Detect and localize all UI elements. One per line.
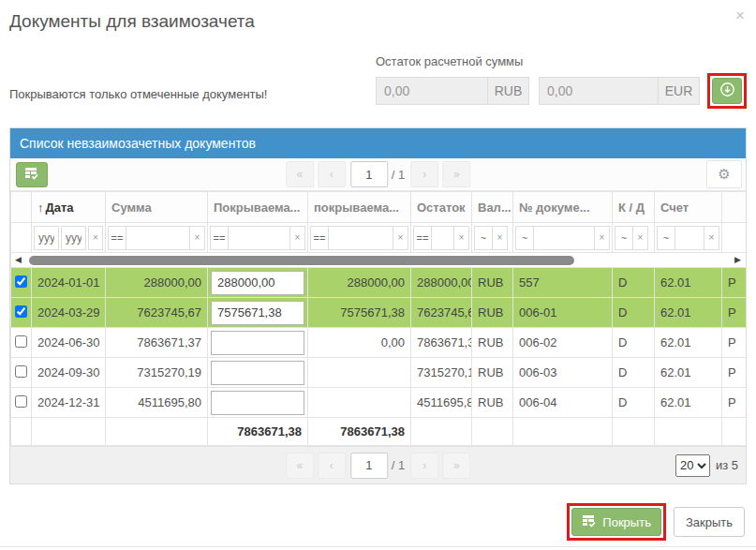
col-covered2[interactable]: покрываема... bbox=[308, 192, 411, 223]
sum-filter-input[interactable] bbox=[126, 226, 190, 250]
covered-amount-input[interactable] bbox=[211, 331, 304, 355]
col-account[interactable]: Счет bbox=[655, 192, 722, 223]
pager-next-button[interactable]: › bbox=[410, 453, 438, 479]
cell-doc: 557 bbox=[513, 268, 613, 298]
close-icon[interactable]: × bbox=[735, 7, 745, 23]
filter-cell-date: × bbox=[32, 223, 106, 253]
pull-amount-button[interactable] bbox=[712, 78, 742, 104]
eur-input-group: EUR bbox=[539, 77, 700, 105]
filter-cell-currency: ~ × bbox=[472, 223, 513, 253]
pager-last-button[interactable]: » bbox=[442, 453, 470, 479]
filter-operator[interactable]: ~ bbox=[515, 226, 534, 250]
filter-operator[interactable]: == bbox=[210, 226, 229, 250]
cell-account: 62.01 bbox=[655, 328, 722, 358]
gear-icon[interactable]: ⚙ bbox=[706, 160, 742, 188]
filter-operator[interactable]: ~ bbox=[657, 226, 675, 250]
select-documents-button[interactable] bbox=[16, 162, 48, 187]
col-checkbox bbox=[11, 192, 32, 223]
pager-page-input[interactable] bbox=[350, 161, 388, 187]
documents-table: ↑Дата Сумма Покрываема... покрываема... … bbox=[10, 191, 746, 446]
filter-clear-button[interactable]: × bbox=[190, 226, 205, 250]
cell-rest: 4511695,80 bbox=[411, 388, 472, 418]
filter-clear-button[interactable]: × bbox=[704, 226, 719, 250]
date-to-filter-input[interactable] bbox=[61, 226, 86, 250]
filter-clear-button[interactable]: × bbox=[633, 226, 648, 250]
filter-cell-covered: == × bbox=[208, 223, 308, 253]
filter-clear-button[interactable]: × bbox=[493, 226, 508, 250]
filter-operator[interactable]: == bbox=[108, 226, 126, 250]
scrollbar-thumb[interactable] bbox=[29, 256, 574, 265]
date-from-filter-input[interactable] bbox=[34, 226, 59, 250]
filter-clear-button[interactable]: × bbox=[393, 226, 408, 250]
scroll-left-icon[interactable]: ◀ bbox=[15, 255, 22, 264]
cell-date: 2024-01-01 bbox=[32, 268, 106, 298]
filter-clear-button[interactable]: × bbox=[290, 226, 305, 250]
covered-amount-input[interactable] bbox=[211, 391, 304, 415]
col-sum[interactable]: Сумма bbox=[106, 192, 208, 223]
filter-operator[interactable]: ~ bbox=[474, 226, 493, 250]
cell-sum: 7623745,67 bbox=[106, 298, 208, 328]
pager-prev-button[interactable]: ‹ bbox=[318, 453, 346, 479]
filter-operator[interactable]: ~ bbox=[615, 226, 633, 250]
col-date[interactable]: ↑Дата bbox=[32, 192, 106, 223]
row-checkbox[interactable] bbox=[15, 365, 27, 378]
pager-first-button[interactable]: « bbox=[286, 161, 314, 187]
cell-kd: D bbox=[613, 268, 655, 298]
filter-clear-button[interactable]: × bbox=[595, 226, 610, 250]
covered-amount-input[interactable] bbox=[211, 301, 304, 325]
horizontal-scrollbar[interactable]: ◀ ▶ bbox=[11, 253, 747, 268]
pager-first-button[interactable]: « bbox=[286, 453, 314, 479]
pager-last-button[interactable]: » bbox=[442, 161, 470, 187]
cover-button-label: Покрыть bbox=[602, 515, 651, 529]
cell-extra: Р bbox=[722, 358, 747, 388]
cell-rest: 7315270,19 bbox=[411, 358, 472, 388]
account-filter-input[interactable] bbox=[675, 226, 704, 250]
cover-button[interactable]: Покрыть bbox=[571, 508, 661, 536]
page-size-box: 20 из 5 bbox=[675, 454, 738, 477]
covered-filter-input[interactable] bbox=[229, 226, 290, 250]
covered2-filter-input[interactable] bbox=[329, 226, 393, 250]
row-checkbox[interactable] bbox=[15, 335, 27, 348]
close-button[interactable]: Закрыть bbox=[674, 507, 745, 537]
col-rest[interactable]: Остаток bbox=[411, 192, 472, 223]
cell-sum: 7863671,37 bbox=[106, 328, 208, 358]
filter-operator[interactable]: == bbox=[413, 226, 432, 250]
cell-covered2 bbox=[308, 358, 411, 388]
cell-covered2: 7575671,38 bbox=[308, 298, 411, 328]
rest-filter-input[interactable] bbox=[432, 226, 454, 250]
filter-cell-covered2: == × bbox=[308, 223, 411, 253]
cell-account: 62.01 bbox=[655, 388, 722, 418]
cell-extra: Р bbox=[722, 298, 747, 328]
covered-amount-input[interactable] bbox=[211, 271, 304, 295]
row-checkbox[interactable] bbox=[15, 395, 27, 408]
scroll-right-icon[interactable]: ▶ bbox=[734, 255, 741, 264]
grid-check-icon bbox=[24, 167, 39, 183]
covered-amount-input[interactable] bbox=[211, 361, 304, 385]
col-kd[interactable]: К / Д bbox=[613, 192, 655, 223]
totals-row: 7863671,38 7863671,38 bbox=[11, 418, 747, 446]
row-checkbox[interactable] bbox=[15, 275, 27, 288]
filter-operator[interactable]: == bbox=[310, 226, 329, 250]
col-currency[interactable]: Вал... bbox=[472, 192, 513, 223]
col-covered[interactable]: Покрываема... bbox=[208, 192, 308, 223]
cell-rest: 7863671,37 bbox=[411, 328, 472, 358]
cell-kd: D bbox=[613, 328, 655, 358]
total-covered2: 7863671,38 bbox=[308, 418, 411, 446]
cell-currency: RUB bbox=[472, 268, 513, 298]
pager-page-input[interactable] bbox=[350, 453, 388, 479]
filter-cell-sum: == × bbox=[106, 223, 208, 253]
cell-currency: RUB bbox=[472, 328, 513, 358]
arrow-down-circle-icon bbox=[719, 82, 735, 100]
header-row: ↑Дата Сумма Покрываема... покрываема... … bbox=[11, 192, 747, 223]
table-row: 2024-12-31 4511695,80 4511695,80 RUB 006… bbox=[11, 388, 747, 418]
page-size-select[interactable]: 20 bbox=[675, 454, 710, 477]
pager-next-button[interactable]: › bbox=[410, 161, 438, 187]
doc-filter-input[interactable] bbox=[534, 226, 595, 250]
filter-clear-button[interactable]: × bbox=[88, 226, 103, 250]
pager-prev-button[interactable]: ‹ bbox=[318, 161, 346, 187]
col-doc[interactable]: № докуме... bbox=[513, 192, 613, 223]
grid-check-icon bbox=[582, 514, 602, 530]
filter-clear-button[interactable]: × bbox=[454, 226, 469, 250]
cell-doc: 006-03 bbox=[513, 358, 613, 388]
row-checkbox[interactable] bbox=[15, 305, 27, 318]
